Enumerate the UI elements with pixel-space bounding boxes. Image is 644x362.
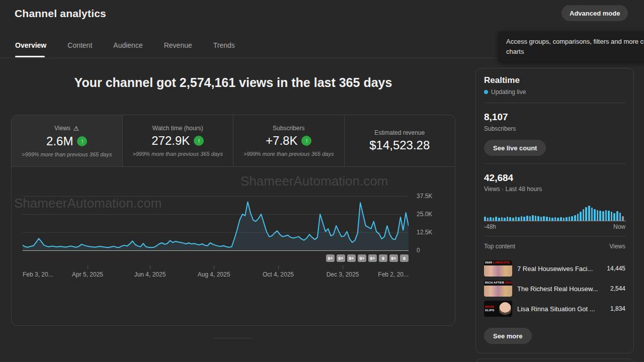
realtime-bar [543,216,545,221]
metric-card-subscribers[interactable]: Subscribers +7.8K ↑ >999% more than prev… [233,115,344,166]
thumb-word: RICH AFTER [485,281,504,284]
metric-label-text: Estimated revenue [374,129,425,136]
realtime-see-more-button[interactable]: See more [484,328,532,344]
timeline-badge[interactable]: 9+ [326,254,335,262]
top-content-header: Top content Views [484,243,625,250]
timeline-badge[interactable]: 6 [400,254,409,262]
metric-label: Watch time (hours) [152,125,203,132]
realtime-bar [495,217,497,221]
realtime-subscribers-value: 8,107 [484,112,508,123]
trend-up-icon: ↑ [301,136,311,146]
realtime-bar [583,209,585,221]
realtime-bar [588,206,590,221]
realtime-bar [569,217,571,221]
thumbnail-text: MASK SLIPS [485,305,494,312]
thumbnail-text: 2026 LAWSUITS [485,261,510,264]
timeline-badge[interactable]: 9+ [337,254,345,262]
video-views: 2,544 [610,285,625,292]
timeline-badge[interactable]: 9+ [358,254,366,262]
metric-subtitle: >999% more than previous 365 days [22,151,112,157]
advanced-mode-tooltip: Access groups, comparisons, filters and … [498,31,644,62]
metric-value-row: 272.9K ↑ [151,134,204,148]
panel-divider [484,236,625,236]
realtime-bar [490,217,492,221]
thumb-word: DIVORCE [505,281,512,284]
realtime-bar [529,216,531,221]
x-axis-label: Apr 5, 2025 [72,271,103,278]
realtime-bar [549,217,551,221]
x-axis-label: Dec 3, 2025 [327,271,359,278]
top-content-row[interactable]: 2026 LAWSUITS 7 Real Housewives Faci... … [484,260,625,277]
x-axis-label: Feb 3, 20... [23,271,53,278]
metric-label: Views ⚠ [54,125,79,132]
warning-icon: ⚠ [73,125,79,132]
tab-revenue[interactable]: Revenue [164,41,192,56]
video-views: 1,834 [610,305,625,312]
realtime-bar [599,211,601,221]
metric-card-revenue[interactable]: Estimated revenue $14,523.28 [344,115,455,166]
x-axis-label: Jun 4, 2025 [134,271,166,278]
metric-value: 272.9K [151,134,190,148]
thumb-word: LAWSUITS [493,261,510,264]
realtime-bar [616,211,618,221]
video-title: Lisa Rinna Situation Got ... [517,305,605,313]
realtime-bar [591,208,593,221]
realtime-bar [509,217,511,221]
realtime-bar [594,209,596,221]
trend-up-icon: ↑ [77,136,87,146]
tab-overview[interactable]: Overview [15,41,46,56]
metric-card-watch-time[interactable]: Watch time (hours) 272.9K ↑ >999% more t… [122,115,233,166]
realtime-subscribers-label: Subscribers [484,125,516,132]
timeline-badge[interactable]: 9 [379,254,387,262]
tab-trends[interactable]: Trends [213,41,235,56]
metric-value: $14,523.28 [369,138,430,152]
x-axis-tick-mark [214,265,214,269]
realtime-bar [537,216,539,221]
realtime-bar [507,217,509,221]
advanced-mode-button[interactable]: Advanced mode [561,5,628,21]
realtime-bar [546,217,548,221]
x-axis-label: Feb 2, 20... [378,271,409,278]
realtime-bar [521,216,523,221]
timeline-badge[interactable]: 9+ [368,254,377,262]
updating-live-status: Updating live [484,88,526,96]
realtime-panel: Realtime Updating live 8,107 Subscribers… [475,68,634,353]
top-content-row[interactable]: MASK SLIPS Lisa Rinna Situation Got ... … [484,301,625,317]
realtime-bar [532,215,534,221]
see-live-count-button[interactable]: See live count [484,140,546,156]
tab-content[interactable]: Content [67,41,92,56]
realtime-bar [501,217,503,221]
top-content-row[interactable]: RICH AFTER DIVORCE The Richest Real Hous… [484,281,625,297]
realtime-bar [566,217,568,221]
channel-analytics-page: Channel analytics Advanced mode Access g… [0,0,644,362]
tab-audience[interactable]: Audience [113,41,142,56]
realtime-bar [554,217,556,221]
realtime-bar [571,216,573,221]
views-headline: Your channel got 2,574,161 views in the … [11,75,455,90]
video-thumbnail: 2026 LAWSUITS [484,260,512,277]
thumbnail-text: RICH AFTER DIVORCE [485,281,512,284]
top-content-label: Top content [484,243,515,250]
analytics-tabs: Overview Content Audience Revenue Trends [15,41,235,56]
realtime-bar-chart [484,203,626,221]
timeline-badge[interactable]: 9+ [347,254,356,262]
video-title: 7 Real Housewives Faci... [517,265,602,273]
realtime-bar [560,217,562,221]
realtime-bar [602,211,604,221]
thumb-word: MASK [485,305,494,309]
active-tab-underline [15,56,45,57]
realtime-title: Realtime [484,75,520,85]
axis-label-right: Now [613,223,625,230]
video-title: The Richest Real Housew... [517,285,605,293]
realtime-axis-line [484,221,626,221]
metric-card-views[interactable]: Views ⚠ 2.6M ↑ >999% more than previous … [12,115,122,166]
realtime-bar [613,213,615,221]
realtime-bar [523,217,525,221]
realtime-bar [611,212,613,221]
realtime-views-value: 42,684 [484,172,513,184]
realtime-bar [605,210,607,221]
watermark-text: ShameerAutomation.com [240,173,388,189]
timeline-badge[interactable]: 9+ [389,254,398,262]
metric-subtitle: >999% more than previous 365 days [133,151,223,157]
section-divider [213,338,253,338]
